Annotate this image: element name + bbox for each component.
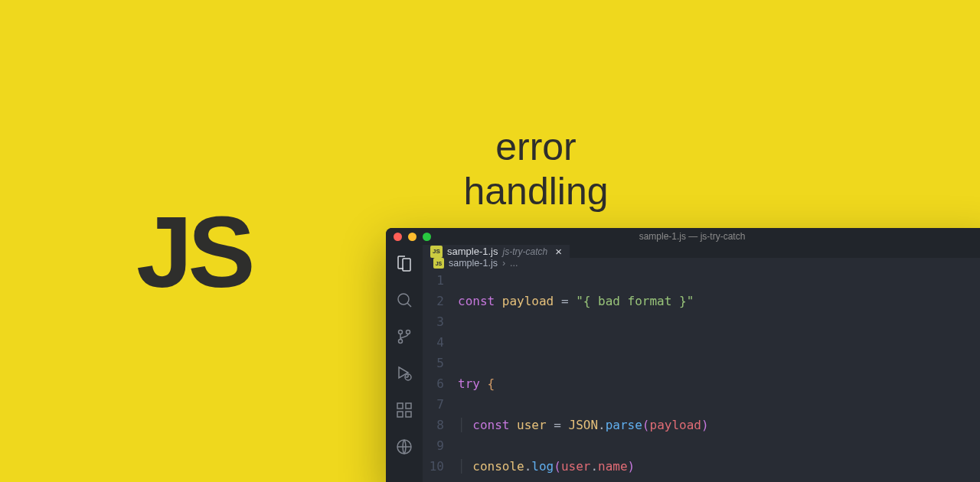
class: JSON [569,418,599,432]
svg-line-1 [407,303,411,307]
line-number: 3 [423,311,444,332]
code-area[interactable]: 1 2 3 4 5 6 7 8 9 10 const payload = "{ … [423,269,980,482]
svg-point-3 [399,331,403,334]
keyword: const [458,294,495,308]
breadcrumb-rest: ... [510,258,518,269]
traffic-lights [386,233,431,241]
paren: ( [642,418,650,432]
close-tab-icon[interactable]: × [555,245,562,258]
tab-bar: JS sample-1.js js-try-catch × [423,245,980,258]
run-debug-icon[interactable] [395,364,413,383]
minimize-window-button[interactable] [408,233,416,241]
variable: user [517,418,547,432]
headline-line2: handling [463,170,608,213]
title-bar: sample-1.js — js-try-catch [386,228,980,245]
line-number: 1 [423,270,444,291]
js-file-icon: JS [430,246,443,258]
editor-body: JS sample-1.js js-try-catch × JS sample-… [386,245,980,482]
property: name [598,459,628,474]
editor-window: sample-1.js — js-try-catch [386,228,980,482]
svg-rect-7 [397,412,403,417]
extensions-icon[interactable] [395,401,413,419]
headline-line1: error [495,125,577,168]
svg-point-0 [398,294,409,305]
svg-rect-6 [397,403,403,409]
function: parse [606,418,642,432]
punct: . [524,459,532,474]
operator: = [554,294,576,308]
tab-filename: sample-1.js [447,246,498,257]
arg: user [561,459,591,474]
svg-point-4 [399,340,403,344]
line-number: 4 [423,332,444,353]
punct: . [598,418,606,432]
breadcrumb-file: sample-1.js [449,258,498,269]
keyword: try [458,376,480,391]
function: log [531,459,554,474]
string: "{ bad format }" [576,294,694,308]
keyword: const [472,418,509,432]
main-area: JS sample-1.js js-try-catch × JS sample-… [423,245,980,482]
line-number: 7 [423,394,444,415]
line-number: 6 [423,373,444,394]
code-content[interactable]: const payload = "{ bad format }" try { │… [458,270,980,482]
paren: ) [701,418,709,432]
paren: ( [554,459,561,474]
object: console [472,459,524,474]
js-file-icon: JS [433,258,444,269]
close-window-button[interactable] [394,233,402,241]
line-number: 8 [423,415,444,435]
breadcrumb[interactable]: JS sample-1.js › ... [423,258,980,269]
activity-bar [386,245,423,482]
line-number: 9 [423,435,444,456]
punct: . [590,459,598,474]
tab-folder: js-try-catch [502,246,547,257]
breadcrumb-separator: › [502,258,505,269]
arg: payload [650,418,701,432]
maximize-window-button[interactable] [423,233,431,241]
svg-rect-9 [406,403,411,409]
line-number: 10 [423,456,444,477]
tab-sample-1[interactable]: JS sample-1.js js-try-catch × [423,245,570,258]
brace: { [480,376,495,391]
window-title: sample-1.js — js-try-catch [639,231,746,242]
variable: payload [502,294,554,308]
line-number: 2 [423,291,444,311]
operator: = [547,418,569,432]
paren: ) [628,459,635,474]
js-logo: JS [136,194,250,310]
svg-point-2 [407,331,410,334]
source-control-icon[interactable] [395,327,413,346]
line-gutter: 1 2 3 4 5 6 7 8 9 10 [423,270,458,482]
search-icon[interactable] [395,291,413,309]
line-number: 5 [423,353,444,373]
svg-rect-8 [406,412,411,417]
remote-icon[interactable] [395,438,413,456]
explorer-icon[interactable] [395,254,413,272]
headline: error handling [459,125,612,213]
